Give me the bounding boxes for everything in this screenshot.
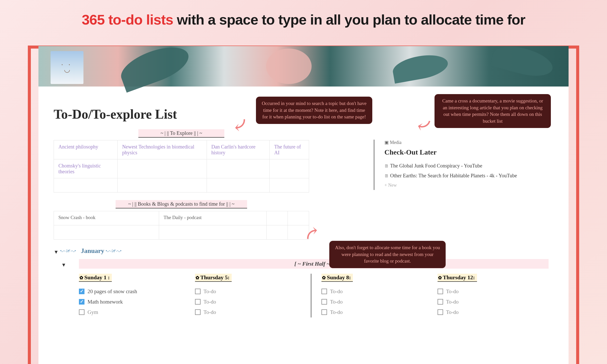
todo-item[interactable]: To-do — [321, 307, 430, 317]
checkbox-icon[interactable] — [321, 299, 327, 305]
todo-item[interactable]: To-do — [321, 286, 430, 297]
checkbox-icon[interactable] — [195, 289, 201, 294]
cover-image[interactable] — [38, 46, 569, 87]
todo-item[interactable]: To-do — [195, 286, 304, 297]
checkbox-icon[interactable] — [79, 299, 84, 305]
month-toggle-row[interactable]: ▼ ↜೫↝ January ↜೫↝ — [54, 247, 553, 255]
month-decoration: ↜೫↝ — [105, 248, 122, 254]
todo-item[interactable]: To-do — [438, 286, 546, 297]
annotation-media: Came a cross a documentary, a movie sugg… — [435, 94, 551, 128]
checkbox-icon[interactable] — [79, 289, 84, 294]
headline-red: 365 to-do lists — [82, 12, 173, 28]
explore-cell[interactable]: Newest Technologies in biomedical physic… — [117, 140, 207, 159]
explore-cell[interactable]: Chomsky's linguistic theories — [54, 159, 118, 178]
media-panel: Media Check-Out Later The Global Junk Fo… — [374, 140, 569, 190]
explore-cell[interactable] — [270, 159, 309, 178]
annotation-books: Also, don't forget to allocate some time… — [329, 241, 446, 268]
checkbox-icon[interactable] — [195, 299, 201, 305]
books-cell[interactable] — [159, 225, 266, 240]
media-item[interactable]: Other Earths: The Search for Habitable P… — [384, 171, 569, 181]
checkbox-icon[interactable] — [438, 299, 443, 305]
checkbox-icon[interactable] — [321, 289, 327, 294]
day-column: Thursday 12: To-do To-do To-do — [438, 274, 554, 317]
todo-item[interactable]: To-do — [321, 297, 430, 307]
toggle-icon[interactable]: ▼ — [54, 249, 59, 255]
day-header: Sunday 1 : — [79, 274, 112, 282]
checkbox-icon[interactable] — [79, 309, 84, 315]
month-name: January — [81, 247, 104, 255]
todo-item[interactable]: To-do — [438, 297, 546, 307]
new-media-button[interactable]: New — [384, 181, 569, 190]
checkout-title: Check-Out Later — [384, 148, 569, 156]
todo-item[interactable]: Math homework — [79, 297, 187, 307]
checkbox-icon[interactable] — [195, 309, 201, 315]
toggle-icon[interactable]: ▼ — [61, 262, 66, 268]
marketing-headline: 365 to-do lists with a space to type in … — [0, 0, 607, 35]
checkbox-icon[interactable] — [438, 289, 443, 294]
books-cell[interactable] — [288, 211, 309, 225]
books-section-label: ~ | || Books & Blogs & podcasts to find … — [116, 200, 247, 208]
checkbox-icon[interactable] — [321, 309, 327, 315]
todo-item[interactable]: To-do — [195, 297, 304, 307]
explore-cell[interactable] — [117, 159, 207, 178]
books-table[interactable]: Snow Crash - bookThe Daily - podcast — [54, 211, 309, 240]
month-decoration: ↜೫↝ — [60, 248, 76, 254]
day-header: Sunday 8: — [321, 274, 353, 282]
explore-section-label: ~ | || To Explore || | ~ — [138, 129, 224, 138]
media-item[interactable]: The Global Junk Food Conspiracy - YouTub… — [384, 161, 569, 171]
todo-item[interactable]: To-do — [195, 307, 304, 317]
headline-black: with a space to type in all you plan to … — [173, 12, 525, 28]
books-cell[interactable] — [267, 225, 288, 240]
annotation-explore: Occurred in your mind to search a topic … — [256, 97, 372, 124]
explore-cell[interactable]: The future of AI — [270, 140, 309, 159]
books-cell[interactable] — [267, 211, 288, 225]
page-icon[interactable] — [51, 51, 83, 84]
checkbox-icon[interactable] — [438, 309, 443, 315]
explore-cell[interactable] — [207, 178, 270, 192]
media-db-label[interactable]: Media — [384, 140, 569, 145]
day-column: Sunday 8: To-do To-do To-do — [311, 274, 438, 317]
explore-cell[interactable] — [117, 178, 207, 192]
explore-cell[interactable] — [54, 178, 118, 192]
day-column: Thursday 5: To-do To-do To-do — [195, 274, 311, 317]
books-cell[interactable] — [54, 225, 159, 240]
explore-cell[interactable]: Dan Carlin's hardcore history — [207, 140, 270, 159]
todo-item[interactable]: 20 pages of snow crash — [79, 286, 187, 297]
todo-item[interactable]: To-do — [438, 307, 546, 317]
notion-page: To-Do/To-explore List ~ | || To Explore … — [38, 46, 569, 364]
explore-cell[interactable] — [270, 178, 309, 192]
day-header: Thursday 5: — [195, 274, 232, 282]
explore-cell[interactable]: Ancient philosophy — [54, 140, 118, 159]
day-column: Sunday 1 : 20 pages of snow crash Math h… — [79, 274, 195, 317]
days-row: Sunday 1 : 20 pages of snow crash Math h… — [54, 274, 553, 317]
frame-border: To-Do/To-explore List ~ | || To Explore … — [28, 46, 579, 364]
first-half-label: [ ~ First Half ~ ] — [79, 259, 549, 269]
books-cell[interactable]: The Daily - podcast — [159, 211, 266, 225]
day-header: Thursday 12: — [438, 274, 477, 282]
explore-cell[interactable] — [207, 159, 270, 178]
explore-table[interactable]: Ancient philosophyNewest Technologies in… — [54, 140, 309, 192]
todo-item[interactable]: Gym — [79, 307, 187, 317]
books-cell[interactable]: Snow Crash - book — [54, 211, 159, 225]
